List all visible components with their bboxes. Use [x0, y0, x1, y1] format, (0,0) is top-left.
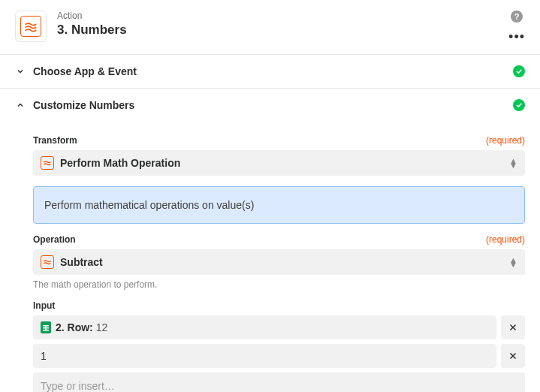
help-icon[interactable]: ?	[511, 11, 523, 23]
input-value-box[interactable]: 1	[33, 344, 496, 368]
input-pill-text: 2. Row: 12	[56, 321, 107, 333]
step-title: 3. Numbers	[57, 23, 508, 38]
field-operation: Operation (required) Subtract ▲▼ The mat…	[33, 234, 525, 290]
input-add-field[interactable]: Type or insert…	[33, 372, 525, 392]
check-complete-icon	[513, 65, 525, 77]
chevron-down-icon	[15, 67, 26, 76]
required-indicator: (required)	[486, 135, 525, 146]
section-title: Customize Numbers	[33, 99, 513, 111]
remove-input-button[interactable]	[501, 315, 525, 339]
required-indicator: (required)	[486, 234, 525, 245]
operation-value: Subtract	[60, 256, 509, 268]
input-label: Input	[33, 300, 55, 311]
transform-label: Transform	[33, 135, 77, 146]
app-icon-frame	[15, 11, 47, 42]
transform-value: Perform Math Operation	[60, 157, 509, 169]
remove-input-button[interactable]	[501, 344, 525, 368]
customize-form: Transform (required) Perform Math Operat…	[0, 122, 540, 392]
transform-description: Perform mathematical operations on value…	[33, 186, 525, 224]
field-transform: Transform (required) Perform Math Operat…	[33, 135, 525, 224]
header-text: Action 3. Numbers	[57, 11, 508, 38]
section-choose-app-event[interactable]: Choose App & Event	[0, 55, 540, 89]
more-menu-icon[interactable]: •••	[508, 30, 525, 44]
operation-select[interactable]: Subtract ▲▼	[33, 249, 525, 275]
numbers-app-icon	[41, 255, 54, 269]
chevron-up-icon	[15, 101, 26, 110]
numbers-app-icon	[41, 156, 54, 170]
step-type-label: Action	[57, 11, 508, 21]
step-header: Action 3. Numbers ? •••	[0, 0, 540, 55]
check-complete-icon	[513, 99, 525, 111]
svg-rect-4	[45, 325, 47, 331]
input-pill-text: 1	[41, 350, 47, 362]
section-title: Choose App & Event	[33, 65, 513, 77]
field-input: Input 2. Row: 12 1 Type or insert… Numbe…	[33, 300, 525, 392]
input-value-box[interactable]: 2. Row: 12	[33, 315, 496, 339]
operation-help: The math operation to perform.	[33, 279, 525, 290]
sheets-icon	[41, 321, 51, 333]
operation-label: Operation	[33, 234, 76, 245]
input-item: 1	[33, 344, 525, 368]
transform-select[interactable]: Perform Math Operation ▲▼	[33, 150, 525, 176]
select-arrows-icon: ▲▼	[509, 258, 517, 267]
select-arrows-icon: ▲▼	[509, 158, 517, 167]
numbers-app-icon	[20, 16, 41, 37]
section-customize-numbers[interactable]: Customize Numbers	[0, 89, 540, 122]
input-item: 2. Row: 12	[33, 315, 525, 339]
